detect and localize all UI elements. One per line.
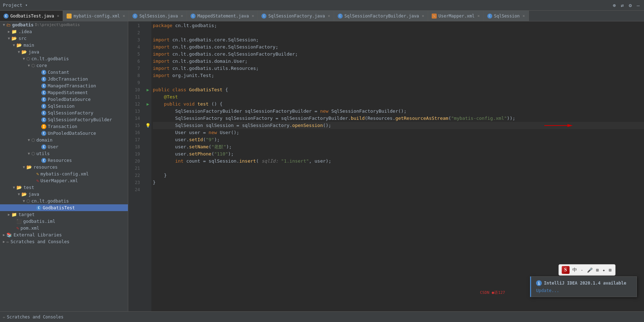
mapped-statement-icon: C — [41, 90, 46, 95]
ime-apps-btn[interactable]: ⊞ — [608, 267, 612, 273]
method-set-phone: setPhone — [189, 150, 212, 158]
domain-icon: ⬡ — [31, 138, 35, 143]
code-line-9 — [153, 79, 644, 86]
str-insert: "1.insert" — [281, 158, 309, 165]
settings-icon[interactable]: ⚙ — [627, 2, 633, 9]
tree-user[interactable]: ▶ C User — [0, 143, 128, 150]
tab-sqlsession[interactable]: C SqlSession.java ✕ — [129, 11, 187, 21]
paren20a: ( — [256, 158, 262, 165]
tab-close-mybatis[interactable]: ✕ — [123, 14, 125, 18]
tree-transaction[interactable]: ▶ I Transaction — [0, 123, 128, 130]
tree-root[interactable]: ▼ 🗁 godbatis D:\project\godbatis — [0, 21, 128, 28]
tree-godbatis-iml[interactable]: ▶ ⬛ godbatis.iml — [0, 218, 128, 225]
tab-factory[interactable]: C SqlSessionFactory.java ✕ — [258, 11, 334, 21]
code-line-7: import cn.lt.godbatis.utils.Resources; — [153, 65, 644, 72]
tree-unpooled-ds[interactable]: ▶ C UnPooledDataSource — [0, 130, 128, 137]
tab-close-factory[interactable]: ✕ — [328, 14, 330, 18]
ime-chinese-btn[interactable]: 中 — [572, 267, 578, 273]
kw-import7: import — [153, 65, 172, 72]
tab-close-mapped[interactable]: ✕ — [252, 14, 254, 18]
code-line-14: SqlSessionFactory sqlSessionFactory = sq… — [153, 115, 644, 122]
tree-domain[interactable]: ▼ ⬡ domain — [0, 137, 128, 143]
ime-star-btn[interactable]: ✦ — [602, 267, 606, 273]
bottom-left: ✏ Scratches and Consoles — [3, 315, 63, 320]
paren19a: ( — [211, 150, 214, 158]
code-line-24 — [153, 186, 644, 193]
java-test-arrow: ▼ — [16, 192, 21, 196]
ext-libs-label: External Libraries — [14, 232, 62, 237]
tab-mybatis-config[interactable]: ✎ mybatis-config.xml ✕ — [63, 11, 129, 21]
str-9: "9" — [206, 136, 214, 143]
gc-12[interactable]: ▶ — [144, 101, 151, 108]
code-line-20: int count = sqlSession.insert( sqlId: "1… — [153, 158, 644, 165]
tree-resources-folder[interactable]: ▼ 📂 resources — [0, 164, 128, 170]
tree-external-libs[interactable]: ▶ 📚 External Libraries — [0, 231, 128, 238]
tree-idea[interactable]: ▶ 📁 .idea — [0, 28, 128, 35]
root-arrow: ▼ — [1, 23, 6, 27]
tree-java-src[interactable]: ▼ 📂 java — [0, 48, 128, 55]
tree-pom-xml[interactable]: ▶ ✎ pom.xml — [0, 225, 128, 231]
tree-scratches[interactable]: ▶ ✏ Scratches and Consoles — [0, 238, 128, 245]
scratches-bottom[interactable]: ✏ Scratches and Consoles — [3, 315, 63, 320]
update-link[interactable]: Update... — [536, 288, 559, 293]
notification-info-icon: i — [536, 280, 542, 286]
tree-constant[interactable]: ▶ C Constant — [0, 69, 128, 76]
ime-mic-btn[interactable]: 🎤 — [586, 267, 593, 273]
tree-sqlsession-fb-class[interactable]: ▶ C SqlSessionFactoryBuilder — [0, 116, 128, 123]
tree-java-test[interactable]: ▼ 📂 java — [0, 191, 128, 198]
tree-src[interactable]: ▼ 📂 src — [0, 35, 128, 42]
src-arrow: ▼ — [6, 36, 11, 40]
ime-dot-btn[interactable]: · — [580, 267, 584, 273]
tree-target[interactable]: ▶ 📁 target — [0, 211, 128, 218]
tab-factory-builder[interactable]: C SqlSessionFactoryBuilder.java ✕ — [334, 11, 428, 21]
tree-user-mapper-xml[interactable]: ▶ ✎ UserMapper.xml — [0, 177, 128, 184]
tree-sqlsession-factory-class[interactable]: ▶ C SqlSessionFactory — [0, 109, 128, 116]
ext-libs-icon: 📚 — [6, 232, 12, 237]
add-icon[interactable]: ⊕ — [611, 2, 617, 9]
tree-godbatis-test[interactable]: ▶ C GodbatisTest — [0, 204, 128, 211]
tree-managed-transaction[interactable]: ▶ C ManagedTransaction — [0, 82, 128, 89]
src-label: src — [19, 36, 27, 41]
tab-close-user-mapper[interactable]: ✕ — [477, 14, 480, 18]
gc-10[interactable]: ▶ — [144, 86, 151, 93]
indent20 — [153, 158, 175, 165]
toolbar-icons: ⊕ ⇄ ⚙ — — [611, 2, 641, 9]
idea-folder-icon: 📁 — [11, 29, 17, 34]
tree-pooled-ds[interactable]: ▶ C PooledDataSource — [0, 96, 128, 103]
tab-close-factory-builder[interactable]: ✕ — [422, 14, 424, 18]
tree-sqlsession-class[interactable]: ▶ C SqlSession — [0, 103, 128, 109]
project-dropdown-icon[interactable]: ▾ — [25, 3, 28, 7]
tab-close-sqlsession2[interactable]: ✕ — [523, 14, 525, 18]
gc-3 — [144, 36, 151, 44]
minimize-icon[interactable]: — — [635, 2, 641, 9]
tab-close-sqlsession[interactable]: ✕ — [181, 14, 183, 18]
tree-pkg-root[interactable]: ▼ ⬡ cn.lt.godbatis — [0, 55, 128, 62]
tree-utils[interactable]: ▼ ⬡ utils — [0, 150, 128, 157]
tree-test[interactable]: ▼ 📂 test — [0, 184, 128, 191]
tree-mapped-statement[interactable]: ▶ C MappedStatement — [0, 89, 128, 96]
pom-xml-label: pom.xml — [21, 225, 40, 231]
sqlsession-factory-class-label: SqlSessionFactory — [48, 110, 93, 116]
tree-core[interactable]: ▼ ⬡ core — [0, 62, 128, 69]
tab-close-godbatis-test[interactable]: ✕ — [57, 14, 59, 18]
test-folder-icon: 📂 — [16, 185, 22, 190]
ime-grid-btn[interactable]: ⊞ — [596, 267, 600, 273]
tab-godbatis-test[interactable]: C GodbatisTest.java ✕ — [0, 11, 63, 21]
tree-mybatis-config-xml[interactable]: ▶ ✎ mybatis-config.xml — [0, 170, 128, 177]
kw-package: package — [153, 22, 175, 29]
tree-pkg-test[interactable]: ▼ ⬡ cn.lt.godbatis — [0, 198, 128, 204]
tree-jdbc-transaction[interactable]: ▶ C JdbcTransaction — [0, 76, 128, 82]
sqlsession-fb-label: SqlSessionFactoryBuilder — [48, 117, 112, 122]
gc-8 — [144, 72, 151, 79]
cls-godbatis-test: GodbatisTest — [189, 86, 223, 93]
bulb-icon[interactable]: 💡 — [145, 123, 151, 128]
tab-sqlsession2[interactable]: C SqlSession ✕ — [484, 11, 529, 21]
tree-resources-class[interactable]: ▶ C Resources — [0, 157, 128, 164]
tree-main[interactable]: ▼ 📂 main — [0, 42, 128, 48]
sync-icon[interactable]: ⇄ — [619, 2, 625, 9]
tab-mapped-statement[interactable]: C MappedStatement.java ✕ — [187, 11, 258, 21]
project-menu[interactable]: Project — [3, 2, 22, 8]
tab-user-mapper[interactable]: ✎ UserMapper.xml ✕ — [428, 11, 484, 21]
resources-class-icon: C — [41, 158, 46, 163]
ln-21: 21 — [128, 165, 141, 172]
